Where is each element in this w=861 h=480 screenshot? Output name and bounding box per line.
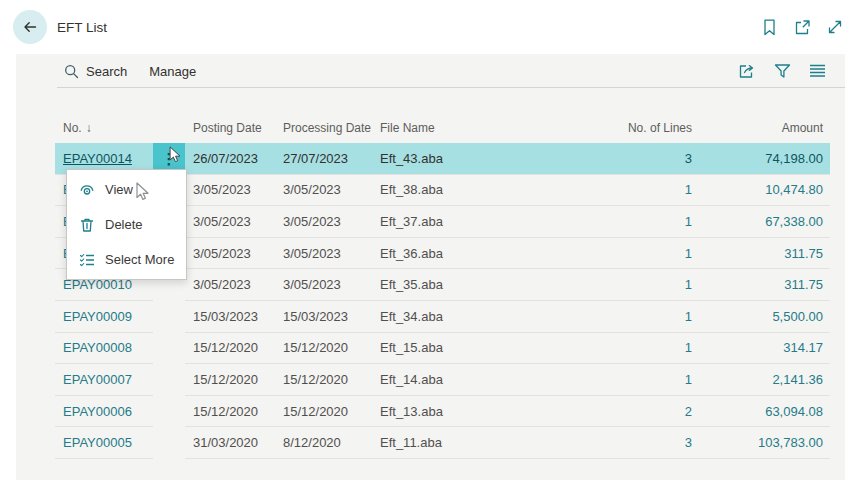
row-amount-link[interactable]: 314.17	[692, 333, 830, 365]
table-row[interactable]: EPAY00009 ⋮ 15/03/2023 15/03/2023 Eft_34…	[55, 301, 830, 333]
row-processing-date: 27/07/2023	[275, 143, 372, 175]
manage-button[interactable]: Manage	[149, 64, 196, 79]
top-bar: EFT List	[0, 0, 861, 54]
row-posting-date: 15/12/2020	[185, 396, 275, 428]
row-no-of-lines-link[interactable]: 1	[548, 301, 692, 333]
row-no-link[interactable]: EPAY00006	[55, 396, 153, 428]
search-label: Search	[86, 64, 127, 79]
row-file-name: Eft_35.aba	[372, 269, 548, 301]
row-posting-date: 31/03/2020	[185, 427, 275, 459]
row-menu-cell: ⋮	[153, 396, 185, 428]
row-amount-link[interactable]: 67,338.00	[692, 206, 830, 238]
open-in-new-window-icon[interactable]	[792, 17, 812, 37]
row-amount-link[interactable]: 311.75	[692, 269, 830, 301]
row-no-of-lines-link[interactable]: 3	[548, 427, 692, 459]
column-header-file-name[interactable]: File Name	[372, 89, 548, 143]
row-processing-date: 15/12/2020	[275, 333, 372, 365]
row-no-of-lines-link[interactable]: 1	[548, 333, 692, 365]
back-button[interactable]	[13, 10, 47, 44]
filter-icon[interactable]	[772, 61, 792, 81]
row-posting-date: 3/05/2023	[185, 206, 275, 238]
row-menu-cell: ⋮	[153, 364, 185, 396]
row-posting-date: 15/12/2020	[185, 364, 275, 396]
row-amount-link[interactable]: 63,094.08	[692, 396, 830, 428]
sort-descending-icon: ↓	[86, 121, 92, 135]
search-icon	[64, 64, 79, 79]
row-processing-date: 8/12/2020	[275, 427, 372, 459]
row-file-name: Eft_15.aba	[372, 333, 548, 365]
column-header-processing-date[interactable]: Processing Date	[275, 89, 372, 143]
row-file-name: Eft_14.aba	[372, 364, 548, 396]
row-processing-date: 15/03/2023	[275, 301, 372, 333]
row-file-name: Eft_43.aba	[372, 143, 548, 175]
toolbar-divider	[57, 87, 845, 88]
column-header-no-of-lines[interactable]: No. of Lines	[548, 89, 692, 143]
column-header-rowmenu	[153, 89, 185, 143]
select-more-icon	[79, 252, 95, 268]
row-menu-cell: ⋮	[153, 301, 185, 333]
row-no-of-lines-link[interactable]: 2	[548, 396, 692, 428]
row-amount-link[interactable]: 103,783.00	[692, 427, 830, 459]
row-amount-link[interactable]: 74,198.00	[692, 143, 830, 175]
row-amount-link[interactable]: 2,141.36	[692, 364, 830, 396]
row-posting-date: 3/05/2023	[185, 238, 275, 270]
topbar-icon-group	[759, 0, 845, 54]
row-no-link[interactable]: EPAY00008	[55, 333, 153, 365]
expand-icon[interactable]	[825, 17, 845, 37]
table-row[interactable]: EPAY00005 ⋮ 31/03/2020 8/12/2020 Eft_11.…	[55, 427, 830, 459]
row-no-link[interactable]: EPAY00007	[55, 364, 153, 396]
row-no-of-lines-link[interactable]: 1	[548, 364, 692, 396]
table-row[interactable]: EPAY00006 ⋮ 15/12/2020 15/12/2020 Eft_13…	[55, 396, 830, 428]
row-no-of-lines-link[interactable]: 3	[548, 143, 692, 175]
row-no-link[interactable]: EPAY00009	[55, 301, 153, 333]
search-button[interactable]: Search	[64, 64, 127, 79]
row-no-of-lines-link[interactable]: 1	[548, 206, 692, 238]
row-file-name: Eft_13.aba	[372, 396, 548, 428]
column-header-posting-date[interactable]: Posting Date	[185, 89, 275, 143]
view-eye-icon	[79, 182, 95, 198]
row-posting-date: 3/05/2023	[185, 175, 275, 207]
row-file-name: Eft_36.aba	[372, 238, 548, 270]
row-posting-date: 26/07/2023	[185, 143, 275, 175]
row-menu-cell: ⋮	[153, 333, 185, 365]
back-arrow-icon	[22, 19, 38, 35]
list-toolbar: Search Manage	[16, 54, 845, 88]
row-file-name: Eft_11.aba	[372, 427, 548, 459]
row-no-of-lines-link[interactable]: 1	[548, 175, 692, 207]
choose-columns-icon[interactable]	[807, 61, 827, 81]
manage-label: Manage	[149, 64, 196, 79]
page-title: EFT List	[57, 0, 107, 54]
column-header-no[interactable]: No. ↓	[55, 89, 153, 143]
row-posting-date: 15/12/2020	[185, 333, 275, 365]
row-file-name: Eft_37.aba	[372, 206, 548, 238]
delete-trash-icon	[79, 217, 95, 233]
table-row[interactable]: EPAY00008 ⋮ 15/12/2020 15/12/2020 Eft_15…	[55, 333, 830, 365]
row-processing-date: 15/12/2020	[275, 396, 372, 428]
menu-item-delete[interactable]: Delete	[67, 207, 186, 242]
share-icon[interactable]	[737, 61, 757, 81]
menu-item-view[interactable]: View	[67, 172, 186, 207]
row-context-menu: View Delete Select More	[66, 169, 187, 280]
row-menu-cell: ⋮	[153, 427, 185, 459]
row-amount-link[interactable]: 311.75	[692, 238, 830, 270]
table-header-row: No. ↓ Posting Date Processing Date File …	[55, 89, 830, 143]
row-processing-date: 3/05/2023	[275, 238, 372, 270]
row-posting-date: 15/03/2023	[185, 301, 275, 333]
row-no-of-lines-link[interactable]: 1	[548, 238, 692, 270]
row-processing-date: 3/05/2023	[275, 175, 372, 207]
bookmark-icon[interactable]	[759, 17, 779, 37]
row-amount-link[interactable]: 5,500.00	[692, 301, 830, 333]
table-row[interactable]: EPAY00007 ⋮ 15/12/2020 15/12/2020 Eft_14…	[55, 364, 830, 396]
menu-item-select-more[interactable]: Select More	[67, 242, 186, 277]
row-amount-link[interactable]: 10,474.80	[692, 175, 830, 207]
row-no-link[interactable]: EPAY00005	[55, 427, 153, 459]
column-header-amount[interactable]: Amount	[692, 89, 830, 143]
row-posting-date: 3/05/2023	[185, 269, 275, 301]
row-file-name: Eft_34.aba	[372, 301, 548, 333]
row-no-of-lines-link[interactable]: 1	[548, 269, 692, 301]
row-processing-date: 15/12/2020	[275, 364, 372, 396]
row-file-name: Eft_38.aba	[372, 175, 548, 207]
row-processing-date: 3/05/2023	[275, 206, 372, 238]
row-processing-date: 3/05/2023	[275, 269, 372, 301]
